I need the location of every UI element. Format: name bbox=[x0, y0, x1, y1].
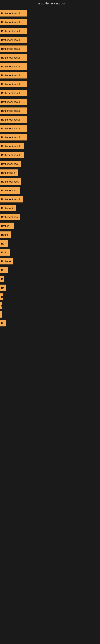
bottleneck-bar[interactable]: Bottleneck resu bbox=[0, 214, 20, 220]
bottleneck-bar[interactable]: Bottleneck result bbox=[0, 28, 27, 34]
bottleneck-bar[interactable]: Bottleneck result bbox=[0, 81, 27, 87]
bar-row: Bottleneck result bbox=[0, 44, 100, 53]
bottleneck-bar[interactable]: Bottleneck result bbox=[0, 10, 27, 16]
bar-row: Bottleneck resu bbox=[0, 160, 100, 168]
bottleneck-bar[interactable]: Bottleneck result bbox=[0, 116, 27, 123]
bar-row: I bbox=[0, 301, 100, 310]
bar-row: B bbox=[0, 274, 100, 283]
bottleneck-bar[interactable]: Bottleneck result bbox=[0, 196, 23, 202]
bar-row: Bottleneck result bbox=[0, 26, 100, 36]
bar-row: Bottlen bbox=[0, 222, 100, 230]
bar-row: Bottleneck result bbox=[0, 98, 100, 106]
bar-row: Bottleneck result bbox=[0, 71, 100, 80]
bottleneck-bar[interactable]: Bottlen bbox=[0, 222, 14, 229]
bottleneck-bar[interactable]: Bottleneck result bbox=[0, 152, 24, 158]
bar-row: Bottleneck result bbox=[0, 18, 100, 26]
bar-row: Bottleneck result bbox=[0, 53, 100, 62]
bottleneck-bar[interactable]: I bbox=[0, 302, 2, 309]
bottleneck-bar[interactable] bbox=[0, 311, 1, 318]
bar-row: B bbox=[0, 292, 100, 301]
bottleneck-bar[interactable]: Bottleneck bbox=[0, 205, 16, 211]
bar-row: Bottleneck result bbox=[0, 142, 100, 150]
bar-row: Bottleneck result bbox=[0, 62, 100, 71]
bottleneck-bar[interactable]: Bottleneck re bbox=[0, 187, 20, 194]
bar-row: Bottleneck result bbox=[0, 36, 100, 44]
bar-row: Bottleneck result bbox=[0, 106, 100, 115]
bottleneck-bar[interactable]: Bottleneck result bbox=[0, 125, 27, 132]
bar-row: Bottleneck bbox=[0, 204, 100, 212]
bottleneck-bar[interactable]: Bottleneck result bbox=[0, 54, 27, 61]
bar-row bbox=[0, 310, 100, 319]
bottleneck-bar[interactable]: Bo bbox=[0, 284, 6, 291]
bars-container: Bottleneck resultBottleneck resultBottle… bbox=[0, 7, 100, 330]
bar-row: Bot bbox=[0, 266, 100, 274]
bar-row: Bottleneck result bbox=[0, 80, 100, 88]
bottleneck-bar[interactable]: Bottleneck result bbox=[0, 90, 27, 96]
bar-row: Bottlene bbox=[0, 257, 100, 266]
bottleneck-bar[interactable]: B bbox=[0, 276, 3, 282]
bar-row: Bottleneck re bbox=[0, 186, 100, 195]
bottleneck-bar[interactable]: Bottleneck result bbox=[0, 143, 24, 149]
bar-row: Bottleneck result bbox=[0, 133, 100, 142]
bottleneck-bar[interactable]: B bbox=[0, 294, 3, 300]
bottleneck-bar[interactable]: Bottleneck result bbox=[0, 37, 27, 43]
bottleneck-bar[interactable]: Bot bbox=[0, 267, 8, 273]
bar-row: Bo bbox=[0, 319, 100, 328]
bar-row: Bottle bbox=[0, 230, 100, 239]
bar-row: Bot bbox=[0, 239, 100, 248]
bottleneck-bar[interactable]: Bo bbox=[0, 320, 6, 326]
site-title: TheBottlenecker.com bbox=[0, 0, 100, 7]
bar-row: Bottleneck result bbox=[0, 195, 100, 204]
bar-row: Bo bbox=[0, 283, 100, 292]
bottleneck-bar[interactable]: Bottle bbox=[0, 232, 11, 238]
bottleneck-bar[interactable]: Bottleneck result bbox=[0, 134, 27, 140]
bottleneck-bar[interactable]: Bottlene bbox=[0, 258, 13, 264]
bottleneck-bar[interactable]: Bot bbox=[0, 240, 8, 247]
bar-row: Bottleneck result bbox=[0, 88, 100, 98]
bottleneck-bar[interactable]: Bottleneck r bbox=[0, 170, 18, 176]
bottleneck-bar[interactable]: Bottl bbox=[0, 249, 10, 256]
bottleneck-bar[interactable]: Bottleneck resu bbox=[0, 178, 21, 185]
bottleneck-bar[interactable]: Bottleneck result bbox=[0, 98, 27, 105]
bar-row: Bottleneck result bbox=[0, 150, 100, 160]
bar-row: Bottl bbox=[0, 248, 100, 257]
bottleneck-bar[interactable]: Bottleneck result bbox=[0, 108, 27, 114]
bar-row: Bottleneck result bbox=[0, 124, 100, 133]
bottleneck-bar[interactable]: Bottleneck result bbox=[0, 72, 27, 78]
bottleneck-bar[interactable]: Bottleneck resu bbox=[0, 160, 21, 167]
bottleneck-bar[interactable]: Bottleneck result bbox=[0, 19, 27, 25]
bottleneck-bar[interactable]: Bottleneck result bbox=[0, 63, 27, 70]
bar-row: Bottleneck result bbox=[0, 115, 100, 124]
bar-row: Bottleneck result bbox=[0, 9, 100, 18]
bar-row: Bottleneck resu bbox=[0, 177, 100, 186]
bottleneck-bar[interactable]: Bottleneck result bbox=[0, 46, 27, 52]
bar-row: Bottleneck r bbox=[0, 168, 100, 177]
bar-row: Bottleneck resu bbox=[0, 212, 100, 222]
